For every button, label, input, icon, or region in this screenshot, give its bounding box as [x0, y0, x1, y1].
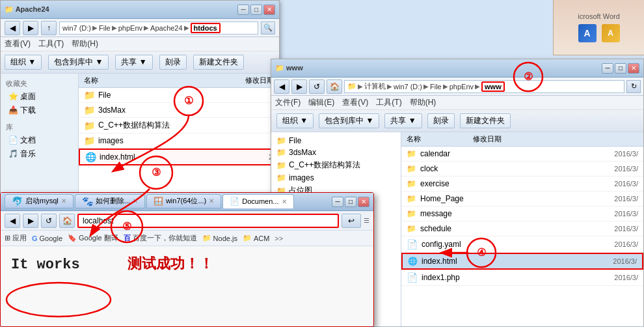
right-menu-tools[interactable]: 工具(T) [376, 97, 401, 108]
back-button[interactable]: ◀ [5, 21, 20, 35]
right-folder-file[interactable]: 📁 File [271, 135, 401, 147]
url-bar[interactable]: localhost [77, 214, 339, 228]
right-file-index1php[interactable]: 📄 index1.php 2016/3/ [401, 270, 643, 286]
raddr-computer: 计算机 [364, 81, 386, 91]
right-address-field[interactable]: 📁 ▶ 计算机 ▶ win7 (D:) ▶ File ▶ phpEnv ▶ ww… [344, 80, 624, 93]
right-minimize-button[interactable]: ─ [602, 63, 613, 74]
right-filename-calendar: calendar [420, 149, 450, 158]
right-new-folder-button[interactable]: 新建文件夹 [460, 113, 511, 128]
folder-icon: 📁 [276, 148, 286, 157]
share-button[interactable]: 共享 ▼ [115, 55, 152, 70]
right-burn-button[interactable]: 刻录 [427, 113, 455, 128]
menu-tools[interactable]: 工具(T) [38, 38, 64, 50]
right-file-homepage[interactable]: 📁 Home_Page 2016/3/ [401, 192, 643, 206]
close-button[interactable]: ✕ [263, 5, 275, 15]
file-item-file[interactable]: 📁 File [79, 88, 279, 103]
search-button[interactable]: 🔍 [261, 21, 275, 35]
addr-part-win7: win7 (D:) [62, 24, 91, 32]
file-item-images[interactable]: 📁 images [79, 134, 279, 149]
right-share-button[interactable]: 共享 ▼ [384, 113, 422, 128]
right-menu-view[interactable]: 查看(V) [342, 97, 368, 108]
right-file-message[interactable]: 📁 message 2016/3/ [401, 206, 643, 221]
menu-help[interactable]: 帮助(H) [72, 38, 98, 50]
new-folder-button[interactable]: 新建文件夹 [193, 55, 244, 70]
tab-label-mysql: 启动mysql [25, 196, 59, 206]
browser-home[interactable]: 🏠 [59, 214, 75, 228]
col-date: 修改日期 [245, 76, 274, 85]
up-button[interactable]: ↑ [41, 21, 57, 35]
file-item-index-html[interactable]: 🌐 index.html 2 [79, 149, 279, 165]
burn-button[interactable]: 刻录 [159, 55, 187, 70]
right-file-clock[interactable]: 📁 clock 2016/3/ [401, 162, 643, 177]
addr-part-file: File [99, 24, 111, 32]
organize-button[interactable]: 组织 ▼ [5, 55, 42, 70]
browser-content: It works 测试成功！！ [1, 246, 373, 281]
right-file-exercise[interactable]: 📁 exercise 2016/3/ [401, 177, 643, 192]
right-close-button[interactable]: ✕ [628, 63, 639, 74]
ms-word-window: icrosoft Word A A [553, 0, 644, 55]
tab-close-win7[interactable]: ✕ [209, 197, 214, 205]
right-file-indexhtml[interactable]: 🌐 index.html 2016/3/ [401, 253, 643, 270]
browser-forward[interactable]: ▶ [23, 214, 38, 228]
minimize-button[interactable]: ─ [237, 5, 249, 15]
right-menu-help[interactable]: 帮助(H) [410, 97, 436, 108]
include-library-button[interactable]: 包含到库中 ▼ [48, 55, 109, 70]
folder-icon: 📁 [276, 136, 286, 145]
right-menu-edit[interactable]: 编辑(E) [308, 97, 334, 108]
bookmark-baidu[interactable]: 百 百度一下，你就知道 [124, 233, 197, 243]
browser-tab-mysql[interactable]: 🐬 启动mysql ✕ [5, 194, 74, 208]
bookmark-nodejs[interactable]: 📁 Node.js [202, 234, 237, 242]
forward-button[interactable]: ▶ [23, 21, 38, 35]
right-filename-indexhtml: index.html [422, 257, 457, 266]
right-home-button[interactable]: 🏠 [327, 79, 342, 94]
nodejs-label: Node.js [213, 235, 237, 242]
tab-close-howto[interactable]: ✕ [133, 197, 138, 205]
folder-icon: 📁 [84, 90, 94, 100]
sidebar-favorites[interactable]: ⭐ 桌面 [3, 90, 75, 104]
browser-tab-howto[interactable]: 🐾 如何删除... ✕ [75, 194, 145, 208]
file-name-cpp: C_C++数据结构算法 [98, 120, 170, 131]
browser-menu-icon[interactable]: ☰ [364, 217, 369, 224]
tab-close-doc[interactable]: ✕ [282, 198, 287, 205]
right-maximize-button[interactable]: □ [615, 63, 626, 74]
browser-tab-document[interactable]: 📄 Documen... ✕ [222, 194, 293, 208]
right-refresh-button[interactable]: ↺ [309, 79, 325, 94]
right-forward-button[interactable]: ▶ [291, 79, 307, 94]
browser-go[interactable]: ↩ [342, 214, 361, 228]
right-folder-images[interactable]: 📁 images [271, 172, 401, 184]
bookmark-google[interactable]: G Google [32, 235, 62, 242]
right-menu-file[interactable]: 文件(F) [275, 97, 301, 108]
sidebar-music[interactable]: 🎵 音乐 [3, 147, 75, 161]
browser-maximize[interactable]: □ [345, 197, 356, 207]
right-file-calendar[interactable]: 📁 calendar 2016/3/ [401, 147, 643, 162]
right-file-schedule[interactable]: 📁 schedule 2016/3/ [401, 221, 643, 236]
menu-view[interactable]: 查看(V) [5, 38, 31, 50]
browser-refresh[interactable]: ↺ [41, 214, 57, 228]
browser-back[interactable]: ◀ [5, 214, 20, 228]
right-folder-cpp[interactable]: 📁 C_C++数据结构算法 [271, 158, 401, 172]
file-icon-yaml: 📄 [407, 239, 418, 249]
browser-minimize[interactable]: ─ [332, 197, 343, 207]
bookmark-translate[interactable]: 🔖 Google 翻译 [68, 233, 118, 243]
browser-tab-win7[interactable]: 🪟 win7(64位...) ✕ [146, 194, 221, 208]
sidebar-docs[interactable]: 📄 文档 [3, 134, 75, 147]
sidebar-downloads[interactable]: 📥 下载 [3, 104, 75, 117]
bookmark-acm[interactable]: 📁 ACM [243, 234, 269, 242]
right-folder-3dsmax[interactable]: 📁 3dsMax [271, 147, 401, 158]
file-name-3dsmax: 3dsMax [98, 106, 126, 115]
col-name: 名称 [84, 76, 98, 85]
right-refresh-icon[interactable]: ↻ [626, 80, 641, 93]
tab-close-mysql[interactable]: ✕ [61, 197, 66, 205]
right-include-library-button[interactable]: 包含到库中 ▼ [319, 113, 379, 128]
file-item-3dsmax[interactable]: 📁 3dsMax [79, 103, 279, 118]
more-bookmarks[interactable]: >> [275, 235, 283, 242]
address-field[interactable]: win7 (D:) ▶ File ▶ phpEnv ▶ Apache24 ▶ h… [59, 21, 258, 35]
maximize-button[interactable]: □ [250, 5, 262, 15]
right-file-configyaml[interactable]: 📄 config.yaml 2016/3/ [401, 236, 643, 253]
folder-icon-small: 📁 [347, 82, 356, 91]
right-back-button[interactable]: ◀ [274, 79, 289, 94]
bookmark-apps[interactable]: ⊞ 应用 [5, 233, 27, 243]
file-item-cpp[interactable]: 📁 C_C++数据结构算法 [79, 118, 279, 134]
right-organize-button[interactable]: 组织 ▼ [276, 113, 314, 128]
browser-close[interactable]: ✕ [358, 197, 369, 207]
